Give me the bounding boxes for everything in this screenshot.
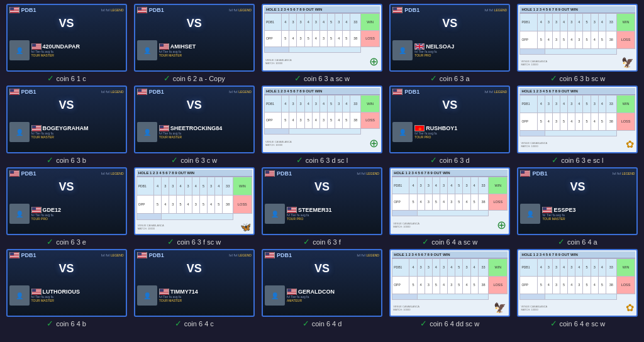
score-cell: 3 (552, 276, 560, 294)
score-cell: 4 (463, 276, 470, 294)
vs-card-image[interactable]: PDB1 lvl fvl LEGEND VS 👤 GDE12 (6, 167, 127, 235)
vs-card-image[interactable]: PDB1 lvl fvl LEGEND VS 👤 BOGEYGRAHAM (6, 86, 127, 153)
score-card-image[interactable]: HOLE 1 2 3 4 5 6 7 8 9 OUT WIN PDB1 4334… (262, 86, 382, 153)
vs-card-image[interactable]: PDB1 lvl fvl LEGEND VS 👤 AMIHSET (134, 4, 255, 72)
blank-cell (264, 129, 289, 135)
card-12[interactable]: HOLE 1 2 3 4 5 6 7 8 9 OUT WIN PDB1 4334… (131, 167, 257, 246)
card-4[interactable]: PDB1 lvl fvl LEGEND VS 👤 NEILSOAJ (387, 4, 513, 83)
card-1[interactable]: PDB1 lvl fvl LEGEND VS 👤 420UNDAPAR (4, 4, 129, 83)
player2-info: BOGEYGRAHAM fvl Tier fa avg fa TOUR MAST… (31, 125, 89, 139)
result-cell: LOSS (361, 30, 380, 47)
score-header-row: HOLE 1 2 3 4 5 6 7 8 9 OUT WIN (521, 8, 633, 11)
player1-stats: lvl fvl LEGEND (357, 172, 379, 175)
vs-card-image[interactable]: PDB1 lvl fvl LEGEND VS 👤 LUTHORIOUS (6, 249, 127, 317)
score-cell: 5 (598, 113, 606, 130)
score-cell: 3 (425, 259, 432, 277)
score-cell: 3 (440, 177, 447, 194)
table-row: OPP 543543545 38LOSS (520, 276, 635, 294)
card-11[interactable]: PDB1 lvl fvl LEGEND VS 👤 GDE12 (4, 167, 129, 246)
card-9[interactable]: PDB1 lvl fvl LEGEND VS 👤 🍁 RUSHBOY1 (387, 86, 513, 165)
card-16[interactable]: PDB1 lvl fvl LEGEND VS 👤 LUTHORIOUS (4, 249, 129, 328)
vs-card-image[interactable]: PDB1 lvl fvl LEGEND VS 👤 TIMMY714 (134, 249, 255, 317)
card-18[interactable]: PDB1 lvl fvl LEGEND VS 👤 GERALDCON (259, 249, 384, 328)
card-8[interactable]: HOLE 1 2 3 4 5 6 7 8 9 OUT WIN PDB1 4334… (259, 86, 384, 165)
score-footer: VENUE CASABLANCA MATCH: 10000 ⊕ (392, 218, 508, 233)
score-table: PDB1 433434534 33WIN OPP 543543545 38LOS… (392, 177, 508, 216)
check-icon: ✓ (430, 155, 437, 165)
score-cell: 5 (537, 31, 545, 48)
score-cell: 3 (463, 259, 470, 277)
card-15[interactable]: PDB1 lvl fvl LEGEND VS 👤 ESSPE3 (515, 167, 640, 246)
vs-card-image[interactable]: PDB1 lvl fvl LEGEND VS 👤 🍁 RUSHBOY1 (389, 86, 510, 153)
svg-rect-141 (10, 256, 19, 256)
player-cell: OPP (264, 30, 281, 47)
score-card-image[interactable]: HOLE 1 2 3 4 5 6 7 8 9 OUT WIN PDB1 4334… (389, 249, 510, 317)
card-6[interactable]: PDB1 lvl fvl LEGEND VS 👤 BOGEYGRAHAM (4, 86, 129, 165)
table-row: PDB1 433434534 33WIN (392, 177, 508, 194)
score-cell: 4 (304, 14, 312, 31)
score-cell: 4 (537, 14, 545, 31)
vs-card-image[interactable]: PDB1 lvl fvl LEGEND VS 👤 STEEMER31 (262, 167, 382, 235)
card-19[interactable]: HOLE 1 2 3 4 5 6 7 8 9 OUT WIN PDB1 4334… (387, 249, 513, 328)
score-card-image[interactable]: HOLE 1 2 3 4 5 6 7 8 9 OUT WIN PDB1 4334… (262, 4, 382, 72)
card-label: ✓coin 6 3 b (47, 155, 86, 165)
card-13[interactable]: PDB1 lvl fvl LEGEND VS 👤 STEEMER31 (259, 167, 384, 246)
player2-avatar: 👤 (392, 122, 413, 142)
card-14[interactable]: HOLE 1 2 3 4 5 6 7 8 9 OUT WIN PDB1 4334… (387, 167, 513, 246)
player-cell: PDB1 (520, 96, 537, 113)
result-cell: WIN (616, 259, 635, 277)
compass-icon: ⊕ (369, 55, 379, 69)
compass-icon: ⊕ (497, 218, 506, 232)
card-2[interactable]: PDB1 lvl fvl LEGEND VS 👤 AMIHSET (131, 4, 257, 83)
player2-info: 🍁 RUSHBOY1 fvl Tier fa avg fa TOUR PRO (414, 125, 457, 139)
table-row: OPP 543543545 38LOSS (520, 31, 635, 48)
vs-card-image[interactable]: PDB1 lvl fvl LEGEND VS 👤 420UNDAPAR (6, 4, 127, 72)
card-5[interactable]: HOLE 1 2 3 4 5 6 7 8 9 OUT WIN PDB1 4334… (515, 4, 640, 83)
card-17[interactable]: PDB1 lvl fvl LEGEND VS 👤 TIMMY714 (131, 249, 257, 328)
card-20[interactable]: HOLE 1 2 3 4 5 6 7 8 9 OUT WIN PDB1 4334… (515, 249, 640, 328)
player-cell: PDB1 (136, 177, 153, 196)
score-cell: 3 (335, 96, 343, 113)
player2-section: 👤 STEEMER31 fvl Tier fa avg fa TOUR PRO (265, 196, 379, 232)
score-cell: 4 (312, 112, 319, 129)
player1-name: PDB1 (532, 170, 547, 177)
venue-label: VENUE CASABLANCA (393, 305, 419, 308)
score-card-image[interactable]: HOLE 1 2 3 4 5 6 7 8 9 OUT WIN PDB1 4334… (517, 249, 638, 317)
player2-flag-name: BOGEYGRAHAM (31, 125, 89, 131)
avatar-placeholder: 👤 (392, 122, 413, 142)
score-header: HOLE 1 2 3 4 5 6 7 8 9 OUT WIN (264, 6, 380, 13)
score-col-headers: HOLE 1 2 3 4 5 6 7 8 9 OUT WIN (394, 253, 450, 256)
score-cell: 4 (162, 196, 169, 214)
card-3[interactable]: HOLE 1 2 3 4 5 6 7 8 9 OUT WIN PDB1 4334… (259, 4, 384, 83)
score-card-image[interactable]: HOLE 1 2 3 4 5 6 7 8 9 OUT WIN PDB1 4334… (389, 167, 510, 235)
vs-section: VS (137, 14, 252, 32)
vs-card-image[interactable]: PDB1 lvl fvl LEGEND VS 👤 NEILSOAJ (389, 4, 510, 72)
vs-card-image[interactable]: PDB1 lvl fvl LEGEND VS 👤 SHEETROCKING84 (134, 86, 255, 153)
score-cell: 3 (591, 259, 598, 277)
card-7[interactable]: PDB1 lvl fvl LEGEND VS 👤 SHEETROCKING84 (131, 86, 257, 165)
score-card-image[interactable]: HOLE 1 2 3 4 5 6 7 8 9 OUT WIN PDB1 4334… (517, 4, 638, 72)
svg-rect-55 (10, 94, 19, 94)
card-label: ✓coin 6 3 e (47, 237, 86, 246)
extra-row (289, 47, 361, 53)
vs-card-image[interactable]: PDB1 lvl fvl LEGEND VS 👤 ESSPE3 (517, 167, 638, 235)
blank-cell (392, 211, 417, 216)
score-cell: 4 (417, 276, 425, 294)
score-cell: 3 (289, 96, 297, 113)
player2-name: GERALDCON (298, 289, 335, 295)
player-cell: OPP (520, 31, 537, 48)
card-10[interactable]: HOLE 1 2 3 4 5 6 7 8 9 OUT WIN PDB1 4334… (515, 86, 640, 165)
svg-rect-12 (32, 47, 41, 48)
card-label: ✓coin 6 1 c (47, 74, 86, 83)
score-card-image[interactable]: HOLE 1 2 3 4 5 6 7 8 9 OUT WIN PDB1 4334… (517, 86, 638, 153)
vs-section: VS (9, 96, 124, 114)
card-label: ✓coin 6 3 d sc l (296, 155, 348, 165)
score-cell: 4 (282, 14, 289, 31)
player2-flag-name: GDE12 (31, 207, 62, 213)
flag-icon (9, 170, 19, 177)
score-card-image[interactable]: HOLE 1 2 3 4 5 6 7 8 9 OUT WIN PDB1 4334… (134, 167, 255, 235)
venue-info: VENUE CASABLANCA MATCH: 10000 (521, 305, 547, 311)
player1-stats: lvl fvl LEGEND (101, 8, 124, 12)
vs-card-image[interactable]: PDB1 lvl fvl LEGEND VS 👤 GERALDCON (262, 249, 382, 317)
svg-rect-174 (265, 256, 274, 257)
